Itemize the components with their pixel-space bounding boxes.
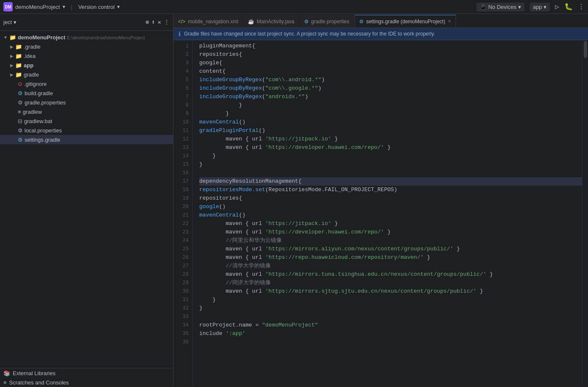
- titlebar-left: DM demoMenuProject ▾ | Version control ▾: [3, 2, 120, 11]
- tree-item-gitignore[interactable]: ⊙ .gitignore: [0, 79, 173, 88]
- code-line: repositories {: [199, 50, 582, 59]
- version-control-label[interactable]: Version control: [78, 4, 115, 10]
- git-icon: ⊙: [18, 81, 22, 87]
- code-line: content {: [199, 67, 582, 76]
- tree-item-gradlew-bat[interactable]: ⊟ gradlew.bat: [0, 116, 173, 126]
- tree-root-label: demoMenuProject E:\develop\android\demoM…: [18, 34, 145, 41]
- code-line: google(): [199, 203, 582, 211]
- version-control-dropdown-icon[interactable]: ▾: [117, 4, 120, 10]
- tree-item-label: build.gradle: [25, 90, 53, 96]
- tree-item-local-properties[interactable]: ⚙ local.properties: [0, 126, 173, 135]
- tree-item-build-gradle[interactable]: ⚙ build.gradle: [0, 88, 173, 98]
- external-libraries-icon: 📚: [3, 370, 10, 376]
- info-banner: ℹ Gradle files have changed since last p…: [173, 28, 588, 40]
- tree-item-label: gradle.properties: [25, 99, 66, 106]
- debug-icon[interactable]: 🐛: [564, 3, 573, 11]
- tree-item-label: app: [24, 62, 33, 69]
- external-libraries-item[interactable]: 📚 External Libraries: [0, 368, 173, 378]
- tree-arrow: ▶: [10, 63, 14, 68]
- scrollbar-gutter[interactable]: [582, 40, 588, 387]
- tree-item-label: settings.gradle: [25, 137, 60, 143]
- tree-root-item[interactable]: ▼ 📁 demoMenuProject E:\develop\android\d…: [0, 33, 173, 42]
- line-number: 11: [173, 126, 189, 135]
- code-line: mavenCentral(): [199, 118, 582, 126]
- sidebar-bottom: 📚 External Libraries ≡ Scratches and Con…: [0, 368, 173, 387]
- tree-arrow: ▶: [10, 44, 14, 49]
- code-line: pluginManagement {: [199, 42, 582, 50]
- code-line: //同济大学的镜像: [199, 279, 582, 287]
- tab-main-activity[interactable]: ☕ MainActivity.java: [243, 15, 299, 27]
- app-selector[interactable]: app ▾: [530, 3, 550, 11]
- sidebar-close-icon[interactable]: ✕: [158, 19, 161, 26]
- line-number: 20: [173, 203, 189, 211]
- tab-mobile-navigation[interactable]: </> mobile_navigation.xml: [173, 15, 243, 27]
- no-devices-selector[interactable]: 📱 No Devices ▾: [476, 3, 524, 11]
- sidebar-gear-icon[interactable]: ⊕: [146, 19, 149, 26]
- line-number: 34: [173, 321, 189, 329]
- line-number: 16: [173, 169, 189, 177]
- tab-label: mobile_navigation.xml: [188, 19, 238, 25]
- line-number: 9: [173, 110, 189, 118]
- main-layout: ject ▾ ⊕ ⬆ ✕ ⋮ ▼ 📁 demoMenuProject E:\de…: [0, 14, 588, 387]
- line-number: 15: [173, 160, 189, 169]
- tree-item-settings-gradle[interactable]: ⚙ settings.gradle: [0, 135, 173, 144]
- scratches-consoles-item[interactable]: ≡ Scratches and Consoles: [0, 378, 173, 387]
- tree-item-idea-dir[interactable]: ▶ 📁 .idea: [0, 51, 173, 60]
- gradle-icon: ⚙: [304, 19, 309, 25]
- line-number: 17: [173, 177, 189, 186]
- sidebar-tree[interactable]: ▼ 📁 demoMenuProject E:\develop\android\d…: [0, 31, 173, 368]
- properties-icon: ⚙: [18, 127, 23, 134]
- line-numbers: 1234567891011121314151617181920212223242…: [173, 40, 192, 387]
- info-icon: ℹ: [179, 30, 181, 37]
- code-line: google {: [199, 59, 582, 67]
- tree-arrow: ▼: [3, 35, 8, 40]
- line-number: 18: [173, 186, 189, 194]
- folder-icon: 📁: [15, 71, 22, 78]
- tab-label: settings.gradle (demoMenuProject): [366, 19, 445, 25]
- app-label: app: [533, 4, 542, 10]
- tab-label: gradle.properties: [311, 19, 349, 25]
- line-number: 21: [173, 211, 189, 220]
- scratches-icon: ≡: [3, 379, 7, 386]
- tree-item-label: gradle: [24, 71, 39, 78]
- tree-item-label: gradlew: [23, 109, 42, 115]
- editor-area: </> mobile_navigation.xml ☕ MainActivity…: [173, 14, 588, 387]
- code-line: maven { url 'https://jitpack.io' }: [199, 135, 582, 143]
- tree-item-gradle-dir[interactable]: ▶ 📁 .gradle: [0, 42, 173, 51]
- code-line: repositories {: [199, 194, 582, 203]
- code-line: }: [199, 160, 582, 169]
- line-number: 26: [173, 253, 189, 262]
- code-line: maven { url 'https://developer.huawei.co…: [199, 228, 582, 236]
- bat-icon: ⊟: [18, 118, 22, 124]
- folder-icon: 📁: [9, 34, 16, 41]
- scrollbar-thumb[interactable]: [584, 41, 587, 58]
- sidebar-up-icon[interactable]: ⬆: [151, 19, 155, 26]
- tree-item-gradle-properties[interactable]: ⚙ gradle.properties: [0, 98, 173, 107]
- tree-arrow: ▶: [10, 54, 14, 58]
- run-icon[interactable]: ▷: [555, 3, 559, 11]
- code-content[interactable]: pluginManagement { repositories { google…: [192, 40, 582, 387]
- tree-item-gradlew[interactable]: ≡ gradlew: [0, 107, 173, 116]
- line-number: 14: [173, 152, 189, 160]
- code-line: maven { url 'https://mirrors.sjtug.sjtu.…: [199, 287, 582, 296]
- folder-icon: 📁: [15, 44, 22, 50]
- line-number: 25: [173, 245, 189, 253]
- sidebar-more-icon[interactable]: ⋮: [164, 19, 170, 26]
- titlebar-separator: |: [71, 4, 72, 10]
- tab-close-button[interactable]: ✕: [448, 19, 451, 24]
- external-libraries-label: External Libraries: [13, 370, 55, 376]
- tree-item-label: .gitignore: [24, 81, 47, 87]
- tree-item-gradle-folder[interactable]: ▶ 📁 gradle: [0, 70, 173, 79]
- tab-gradle-properties[interactable]: ⚙ gradle.properties: [299, 15, 354, 27]
- line-number: 22: [173, 220, 189, 228]
- code-line: maven { url 'https://jitpack.io' }: [199, 220, 582, 228]
- tab-settings-gradle[interactable]: ⚙ settings.gradle (demoMenuProject) ✕: [354, 15, 456, 27]
- project-name[interactable]: demoMenuProject: [15, 4, 60, 10]
- code-line: includeGroupByRegex("com\\.android.*"): [199, 76, 582, 84]
- project-dropdown-icon[interactable]: ▾: [63, 4, 65, 10]
- code-line: maven { url 'https://mirrors.tuna.tsingh…: [199, 270, 582, 279]
- code-line: includeGroupByRegex("com\\.google.*"): [199, 84, 582, 93]
- xml-icon: </>: [178, 19, 185, 25]
- more-icon[interactable]: ⋮: [578, 3, 585, 11]
- tree-item-app-dir[interactable]: ▶ 📁 app: [0, 60, 173, 70]
